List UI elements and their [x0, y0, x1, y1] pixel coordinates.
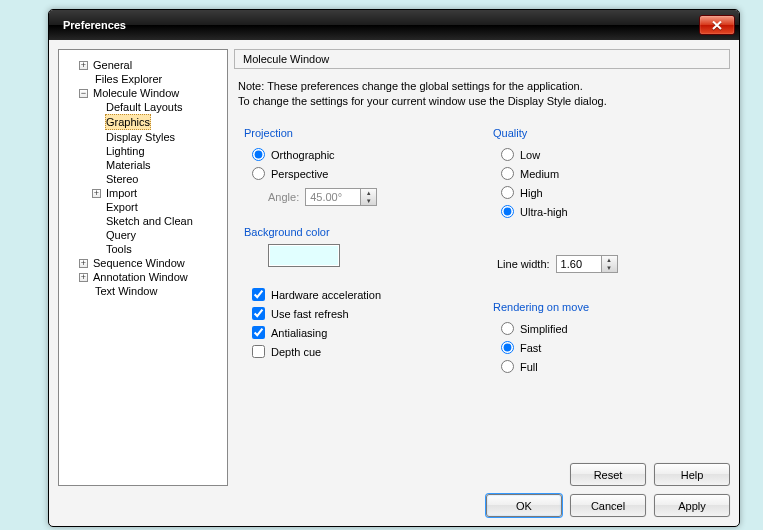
radio-fast[interactable]: Fast [487, 338, 726, 357]
spin-down-icon[interactable]: ▼ [602, 264, 617, 272]
close-icon [712, 21, 722, 30]
check-depth-cue[interactable]: Depth cue [238, 342, 477, 361]
render-checks: Hardware acceleration Use fast refresh A… [238, 279, 477, 361]
radio-orthographic[interactable]: Orthographic [238, 145, 477, 164]
check-fast-refresh[interactable]: Use fast refresh [238, 304, 477, 323]
angle-spinner[interactable]: ▲▼ [305, 188, 377, 206]
radio-simplified[interactable]: Simplified [487, 319, 726, 338]
background-color-title: Background color [244, 226, 477, 238]
line-width-input[interactable] [556, 255, 601, 273]
panel-heading: Molecule Window [234, 49, 730, 69]
projection-group: Projection Orthographic Perspective Angl… [238, 121, 477, 208]
dialog-buttons: OK Cancel Apply [58, 486, 730, 517]
tree-item-annotation-window[interactable]: +Annotation Window [65, 270, 223, 284]
tree-item-export[interactable]: Export [65, 200, 223, 214]
line-width-label: Line width: [497, 258, 550, 270]
radio-full[interactable]: Full [487, 357, 726, 376]
spin-up-icon: ▲ [361, 189, 376, 197]
tree-item-sequence-window[interactable]: +Sequence Window [65, 256, 223, 270]
angle-label: Angle: [268, 191, 299, 203]
tree-item-lighting[interactable]: Lighting [65, 144, 223, 158]
angle-input [305, 188, 360, 206]
line-width-row: Line width: ▲▼ [487, 251, 726, 277]
rendering-on-move-title: Rendering on move [493, 301, 726, 313]
tree-item-query[interactable]: Query [65, 228, 223, 242]
radio-medium[interactable]: Medium [487, 164, 726, 183]
radio-perspective[interactable]: Perspective [238, 164, 477, 183]
tree-item-general[interactable]: +General [65, 58, 223, 72]
panel-buttons: Reset Help [234, 453, 730, 486]
line-width-spinner[interactable]: ▲▼ [556, 255, 618, 273]
tree-item-default-layouts[interactable]: Default Layouts [65, 100, 223, 114]
cancel-button[interactable]: Cancel [570, 494, 646, 517]
background-color-swatch[interactable] [268, 244, 340, 267]
spin-up-icon[interactable]: ▲ [602, 256, 617, 264]
window-title: Preferences [63, 19, 699, 31]
tree-item-graphics[interactable]: Graphics [65, 114, 223, 130]
expand-icon[interactable]: + [79, 259, 88, 268]
preferences-window: Preferences +General Files Explorer −Mol… [48, 9, 740, 527]
tree-item-files-explorer[interactable]: Files Explorer [65, 72, 223, 86]
titlebar: Preferences [49, 10, 739, 40]
background-color-group: Background color [238, 220, 477, 267]
tree-item-import[interactable]: +Import [65, 186, 223, 200]
rendering-on-move-group: Rendering on move Simplified Fast Full [487, 295, 726, 376]
panel-note: Note: These preferences change the globa… [234, 73, 730, 113]
tree-item-stereo[interactable]: Stereo [65, 172, 223, 186]
tree-item-sketch-clean[interactable]: Sketch and Clean [65, 214, 223, 228]
projection-title: Projection [244, 127, 477, 139]
radio-high[interactable]: High [487, 183, 726, 202]
expand-icon[interactable]: + [79, 273, 88, 282]
spin-down-icon: ▼ [361, 197, 376, 205]
tree-item-display-styles[interactable]: Display Styles [65, 130, 223, 144]
tree-item-tools[interactable]: Tools [65, 242, 223, 256]
check-hardware-accel[interactable]: Hardware acceleration [238, 285, 477, 304]
tree-item-molecule-window[interactable]: −Molecule Window [65, 86, 223, 100]
expand-icon[interactable]: + [79, 61, 88, 70]
reset-button[interactable]: Reset [570, 463, 646, 486]
apply-button[interactable]: Apply [654, 494, 730, 517]
angle-row: Angle: ▲▼ [238, 183, 477, 208]
help-button[interactable]: Help [654, 463, 730, 486]
check-antialiasing[interactable]: Antialiasing [238, 323, 477, 342]
quality-group: Quality Low Medium High Ultra-high [487, 121, 726, 221]
expand-icon[interactable]: + [92, 189, 101, 198]
collapse-icon[interactable]: − [79, 89, 88, 98]
quality-title: Quality [493, 127, 726, 139]
tree-item-text-window[interactable]: Text Window [65, 284, 223, 298]
settings-panel: Molecule Window Note: These preferences … [234, 49, 730, 486]
tree-item-materials[interactable]: Materials [65, 158, 223, 172]
radio-low[interactable]: Low [487, 145, 726, 164]
nav-tree[interactable]: +General Files Explorer −Molecule Window… [58, 49, 228, 486]
radio-ultra-high[interactable]: Ultra-high [487, 202, 726, 221]
close-button[interactable] [699, 15, 735, 35]
ok-button[interactable]: OK [486, 494, 562, 517]
